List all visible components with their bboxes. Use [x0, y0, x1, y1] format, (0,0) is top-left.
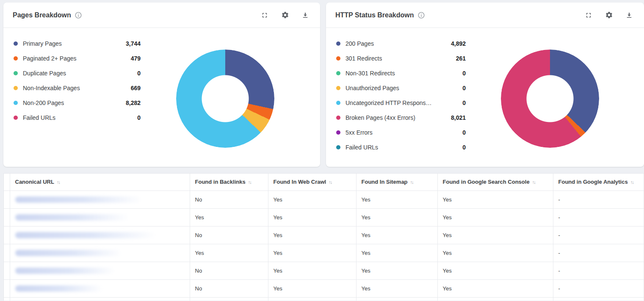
sort-arrows-icon[interactable]: ↑↓: [630, 179, 633, 185]
http-status-donut-chart[interactable]: [501, 50, 599, 148]
table-cell: Yes: [268, 244, 356, 262]
legend-label: Unauthorized Pages: [345, 85, 399, 91]
column-label: Canonical URL: [15, 179, 54, 185]
column-header-canonical-url[interactable]: Canonical URL↑↓: [10, 174, 190, 191]
table-cell: Yes: [437, 262, 553, 279]
legend-label: Duplicate Pages: [23, 70, 66, 77]
legend-item: Broken Pages (4xx Errors) 8,021: [336, 113, 466, 122]
legend-value: 8,021: [451, 114, 466, 121]
table-row: Yes Yes Yes Yes -: [4, 244, 644, 262]
info-icon[interactable]: [75, 11, 82, 19]
download-icon[interactable]: [624, 10, 635, 21]
column-header-found-in-web-crawl[interactable]: Found In Web Crawl↑↓: [268, 174, 356, 191]
card-body: 200 Pages 4,892 301 Redirects 261 Non-30…: [326, 28, 644, 166]
chart-area: [141, 39, 310, 158]
legend-item: Paginated 2+ Pages 479: [14, 54, 141, 63]
legend-value: 0: [462, 70, 466, 77]
download-icon[interactable]: [300, 10, 311, 21]
redacted-url: [15, 232, 156, 238]
legend-label: Uncategorized HTTP Response C…: [345, 99, 434, 106]
table-cell: Yes: [190, 208, 268, 226]
table-cell: [437, 297, 553, 301]
table-cell: [356, 297, 437, 301]
url-table: Canonical URL↑↓ Found in Backlinks↑↓ Fou…: [4, 174, 644, 301]
url-table-container: Canonical URL↑↓ Found in Backlinks↑↓ Fou…: [3, 173, 644, 301]
column-header-found-in-google-search-console[interactable]: Found in Google Search Console↑↓: [437, 174, 553, 191]
table-cell: No: [190, 262, 268, 279]
table-cell: -: [553, 262, 644, 279]
legend-item: 301 Redirects 261: [336, 54, 466, 63]
table-row: No Yes Yes Yes -: [4, 262, 644, 279]
redacted-url: [15, 196, 142, 203]
legend-value: 0: [462, 144, 466, 151]
table-cell: Yes: [356, 226, 437, 244]
legend-label: Non-301 Redirects: [345, 70, 395, 77]
column-header-found-in-google-analytics[interactable]: Found in Google Analytics↑↓: [553, 174, 644, 191]
column-header-found-in-sitemap[interactable]: Found In Sitemap↑↓: [356, 174, 437, 191]
legend-item: Non-Indexable Pages 669: [14, 83, 141, 93]
legend-item: Uncategorized HTTP Response C… 0: [336, 98, 466, 108]
legend-item: Unauthorized Pages 0: [336, 83, 466, 93]
table-cell: -: [553, 191, 644, 208]
redacted-url: [15, 285, 102, 292]
canonical-url-cell: [10, 191, 190, 208]
info-icon[interactable]: [417, 11, 425, 19]
table-cell: Yes: [356, 244, 437, 262]
card-actions: [583, 10, 635, 21]
legend-label: Non-200 Pages: [23, 99, 64, 106]
legend-color-dot: [336, 56, 340, 61]
column-label: Found In Web Crawl: [274, 179, 326, 185]
canonical-url-cell: [10, 297, 190, 301]
table-cell: -: [553, 244, 644, 262]
table-cell: Yes: [356, 208, 437, 226]
dashboard-page: Pages Breakdown: [0, 0, 644, 301]
legend-value: 0: [462, 99, 466, 106]
redacted-url: [15, 250, 122, 256]
table-cell: [190, 297, 268, 301]
legend-color-dot: [336, 41, 340, 46]
table-cell: Yes: [437, 191, 553, 208]
legend-color-dot: [336, 86, 340, 90]
table-cell: -: [553, 279, 644, 297]
legend-item: Duplicate Pages 0: [14, 69, 141, 78]
settings-icon[interactable]: [603, 10, 614, 21]
gutter-cell: [4, 279, 10, 297]
legend-value: 3,744: [126, 40, 141, 47]
sort-arrows-icon[interactable]: ↑↓: [410, 179, 413, 185]
table-cell: Yes: [437, 279, 553, 297]
canonical-url-cell: [10, 279, 190, 297]
table-row-partial: [4, 297, 644, 301]
cards-row: Pages Breakdown: [3, 3, 644, 167]
pages-breakdown-donut-chart[interactable]: [176, 50, 274, 148]
table-cell: Yes: [437, 244, 553, 262]
legend-value: 4,892: [451, 40, 466, 47]
table-cell: Yes: [356, 279, 437, 297]
sort-arrows-icon[interactable]: ↑↓: [57, 179, 60, 185]
gutter-cell: [4, 226, 10, 244]
gutter-cell: [4, 208, 10, 226]
card-body: Primary Pages 3,744 Paginated 2+ Pages 4…: [3, 28, 320, 166]
expand-icon[interactable]: [583, 10, 594, 21]
table-cell: No: [190, 226, 268, 244]
legend-color-dot: [336, 101, 340, 105]
table-cell: Yes: [356, 191, 437, 208]
sort-arrows-icon[interactable]: ↑↓: [248, 179, 251, 185]
legend-item: Non-301 Redirects 0: [336, 69, 466, 78]
table-cell: Yes: [268, 226, 356, 244]
legend-color-dot: [336, 145, 340, 149]
sort-arrows-icon[interactable]: ↑↓: [532, 179, 535, 185]
settings-icon[interactable]: [279, 10, 290, 21]
column-header-found-in-backlinks[interactable]: Found in Backlinks↑↓: [190, 174, 268, 191]
column-label: Found In Sitemap: [362, 179, 408, 185]
table-header-row: Canonical URL↑↓ Found in Backlinks↑↓ Fou…: [4, 174, 644, 191]
legend-color-dot: [336, 71, 340, 75]
legend-value: 0: [137, 70, 141, 77]
table-cell: -: [553, 208, 644, 226]
card-title: Pages Breakdown: [13, 11, 71, 19]
sort-arrows-icon[interactable]: ↑↓: [329, 179, 332, 185]
legend-value: 479: [131, 55, 141, 62]
canonical-url-cell: [10, 262, 190, 279]
legend-item: 5xx Errors 0: [336, 128, 466, 137]
expand-icon[interactable]: [259, 10, 270, 21]
table-cell: [553, 297, 644, 301]
